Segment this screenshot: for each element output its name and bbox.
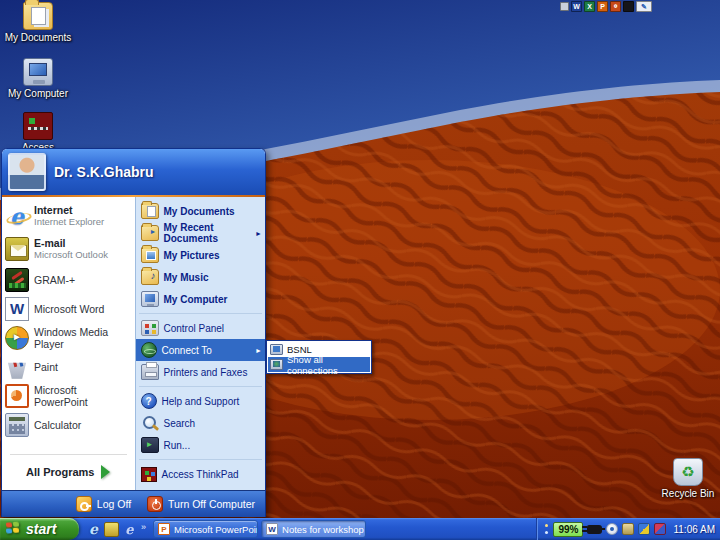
new-document-icon[interactable]: ✎ (636, 1, 652, 12)
recent-documents-icon (141, 225, 159, 241)
start-item-run[interactable]: Run... (136, 434, 266, 456)
item-label: Run... (164, 440, 191, 451)
task-button-label: Microsoft PowerPoint ... (174, 524, 258, 535)
all-programs-button[interactable]: All Programs (2, 458, 135, 486)
user-name: Dr. S.K.Ghabru (54, 164, 154, 180)
start-item-email[interactable]: E-mail Microsoft Outlook (2, 232, 135, 265)
start-item-calculator[interactable]: Calculator (2, 410, 135, 439)
my-computer-icon (141, 291, 159, 307)
my-pictures-icon (141, 247, 159, 263)
access-icon (23, 112, 53, 140)
item-label: Help and Support (162, 396, 240, 407)
word-icon[interactable]: W (571, 1, 582, 12)
start-menu: Dr. S.K.Ghabru e Internet Internet Explo… (1, 148, 266, 517)
search-icon (141, 415, 159, 431)
quick-launch: e e » (79, 522, 150, 537)
ac-power-plug-icon[interactable] (587, 525, 602, 534)
powerpoint-icon[interactable]: P (597, 1, 608, 12)
turn-off-label: Turn Off Computer (168, 498, 255, 510)
recycle-bin-icon: ♻ (673, 458, 703, 486)
desktop-icon-label: Recycle Bin (650, 488, 720, 499)
taskbar-clock[interactable]: 11:06 AM (673, 524, 715, 535)
start-item-paint[interactable]: Paint (2, 352, 135, 381)
all-programs-label: All Programs (26, 466, 94, 478)
start-item-word[interactable]: W Microsoft Word (2, 294, 135, 323)
start-item-control-panel[interactable]: Control Panel (136, 317, 266, 339)
quick-launch-outlook-icon[interactable] (104, 522, 119, 537)
help-icon: ? (141, 393, 157, 409)
internet-explorer-icon: e (5, 204, 29, 228)
item-title: Internet (34, 204, 104, 216)
tray-icon-2[interactable] (622, 523, 634, 535)
item-title: Calculator (34, 419, 81, 431)
start-item-connect-to[interactable]: Connect To ► (136, 339, 266, 361)
item-title: Microsoft Word (34, 303, 104, 315)
start-button[interactable]: start (0, 518, 79, 540)
desktop-icon-my-documents[interactable]: My Documents (0, 2, 76, 43)
quick-launch-internet-explorer-icon[interactable]: e (86, 522, 101, 537)
battery-indicator[interactable]: 99% (553, 522, 583, 537)
item-label: My Computer (164, 294, 228, 305)
tray-signal-icon[interactable] (544, 523, 549, 536)
my-music-icon (141, 269, 159, 285)
tray-icon-3[interactable] (638, 523, 650, 535)
turn-off-computer-button[interactable]: Turn Off Computer (147, 496, 255, 512)
my-computer-icon (23, 58, 53, 86)
tray-bluetooth-icon[interactable] (606, 523, 618, 535)
run-icon (141, 437, 159, 453)
start-item-my-music[interactable]: My Music (136, 266, 266, 288)
task-button-word-notes[interactable]: W Notes for workshop c... (261, 520, 366, 538)
item-label: My Recent Documents (164, 222, 251, 244)
desktop-icon-recycle-bin[interactable]: ♻ Recycle Bin (650, 458, 720, 499)
desktop-icon-access[interactable]: Access (0, 112, 76, 153)
start-item-my-recent-documents[interactable]: My Recent Documents ► (136, 222, 266, 244)
log-off-button[interactable]: Log Off (76, 496, 131, 512)
system-tray: 99% 11:06 AM (536, 518, 720, 540)
connect-to-icon (141, 342, 157, 358)
office-mini-icon[interactable] (560, 2, 569, 11)
power-icon (147, 496, 163, 512)
desktop-icon-label: My Computer (0, 88, 76, 99)
start-item-my-computer[interactable]: My Computer (136, 288, 266, 310)
word-icon: W (266, 523, 278, 535)
start-item-gram[interactable]: GRAM-+ (2, 265, 135, 294)
quick-launch-overflow-chevron[interactable]: » (141, 522, 146, 532)
quick-launch-browser-icon[interactable]: e (122, 522, 137, 537)
desktop-icon-my-computer[interactable]: My Computer (0, 58, 76, 99)
my-documents-icon (23, 2, 53, 30)
outlook-icon (5, 237, 29, 261)
item-label: Access ThinkPad (162, 469, 239, 480)
start-item-powerpoint[interactable]: Microsoft PowerPoint (2, 381, 135, 410)
start-item-my-documents[interactable]: My Documents (136, 200, 266, 222)
item-title: Microsoft PowerPoint (34, 384, 132, 408)
separator (139, 386, 263, 387)
item-label: My Music (164, 272, 209, 283)
black-app-icon[interactable] (623, 1, 634, 12)
start-item-internet[interactable]: e Internet Internet Explorer (2, 199, 135, 232)
excel-icon[interactable]: X (584, 1, 595, 12)
start-item-search[interactable]: Search (136, 412, 266, 434)
word-icon: W (5, 297, 29, 321)
tray-icon-4[interactable] (654, 523, 666, 535)
my-documents-icon (141, 203, 159, 219)
item-title: E-mail (34, 237, 108, 249)
start-item-access-thinkpad[interactable]: Access ThinkPad (136, 463, 266, 485)
item-label: Connect To (162, 345, 212, 356)
separator (139, 313, 263, 314)
task-button-powerpoint[interactable]: P Microsoft PowerPoint ... (153, 520, 258, 538)
item-title: Windows Media Player (34, 326, 132, 350)
access-thinkpad-icon (141, 467, 157, 482)
all-programs-arrow-icon (101, 465, 110, 479)
start-item-printers-and-faxes[interactable]: Printers and Faxes (136, 361, 266, 383)
desktop-icon-label: My Documents (0, 32, 76, 43)
start-item-media-player[interactable]: Windows Media Player (2, 323, 135, 352)
start-item-my-pictures[interactable]: My Pictures (136, 244, 266, 266)
item-label: Show all connections (287, 354, 368, 376)
submenu-item-show-all-connections[interactable]: Show all connections (268, 357, 370, 372)
start-item-help-and-support[interactable]: ? Help and Support (136, 390, 266, 412)
access-key-icon[interactable] (610, 1, 621, 12)
media-player-icon (5, 326, 29, 350)
log-off-label: Log Off (97, 498, 131, 510)
item-label: Printers and Faxes (164, 367, 248, 378)
item-subtitle: Internet Explorer (34, 216, 104, 227)
